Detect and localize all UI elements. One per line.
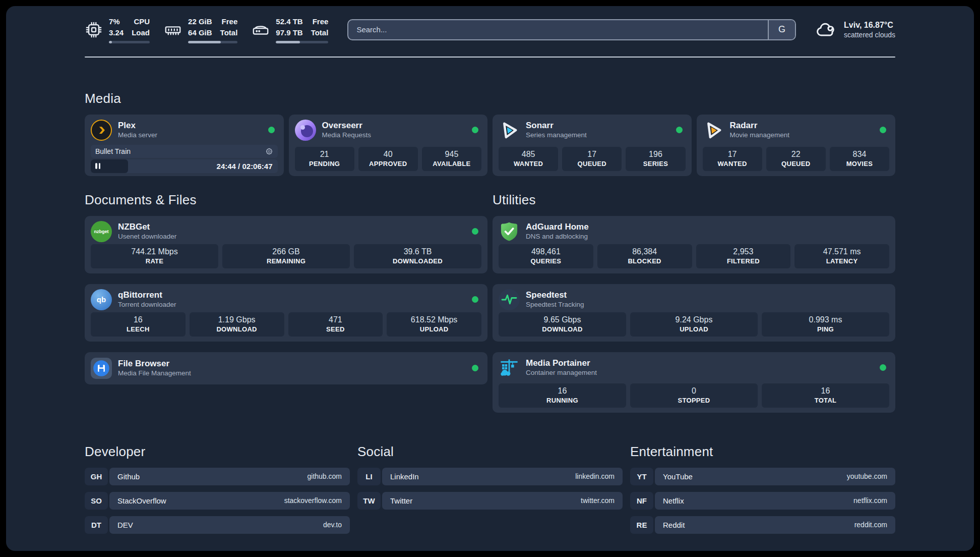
portainer-subtitle: Container management	[526, 369, 597, 377]
memory-progress-fill	[188, 41, 221, 43]
card-portainer[interactable]: Media Portainer Container management 16R…	[493, 352, 895, 413]
weather-condition: scattered clouds	[844, 31, 895, 39]
hard-drive-icon	[252, 21, 270, 39]
weather-location-temp: Lviv, 16.87°C	[844, 21, 895, 30]
stat-pending: 21PENDING	[295, 147, 354, 171]
section-title-social: Social	[357, 444, 623, 460]
section-title-developer: Developer	[85, 444, 350, 460]
link-abbr: TW	[357, 492, 381, 510]
stat-approved: 40APPROVED	[358, 147, 418, 171]
section-title-media: Media	[85, 91, 895, 106]
plex-subtitle: Media server	[118, 131, 157, 140]
speedtest-title: Speedtest	[526, 290, 584, 300]
storage-total-label: Total	[311, 27, 329, 38]
plex-title: Plex	[118, 120, 157, 131]
link-linkedin[interactable]: LI LinkedIn linkedin.com	[357, 468, 623, 485]
stat-latency: 47.571 msLATENCY	[794, 244, 889, 268]
link-name: LinkedIn	[390, 472, 419, 481]
weather-widget[interactable]: Lviv, 16.87°C scattered clouds	[815, 19, 895, 41]
links-social: Social LI LinkedIn linkedin.com TW Twitt…	[357, 444, 623, 534]
plex-icon	[91, 120, 112, 141]
search-bar: G	[347, 19, 796, 40]
stat-total: 16TOTAL	[762, 383, 889, 408]
filebrowser-status-dot	[472, 365, 478, 371]
card-qbittorrent[interactable]: qb qBittorrent Torrent downloader 16LEEC…	[85, 284, 487, 342]
stat-queued: 17QUEUED	[562, 147, 622, 171]
radarr-icon	[703, 120, 724, 141]
link-url: reddit.com	[854, 521, 887, 529]
dashboard: 7% 3.24 CPU Load	[6, 6, 974, 551]
link-netflix[interactable]: NF Netflix netflix.com	[630, 492, 895, 510]
storage-progress-bar	[276, 41, 328, 43]
gear-icon[interactable]	[265, 147, 273, 155]
overseerr-title: Overseerr	[322, 120, 372, 131]
link-reddit[interactable]: RE Reddit reddit.com	[630, 516, 895, 534]
link-name: Twitter	[390, 496, 412, 505]
system-stat-cpu: 7% 3.24 CPU Load	[85, 16, 150, 43]
link-abbr: NF	[630, 492, 653, 510]
search-input[interactable]	[348, 20, 768, 39]
card-sonarr[interactable]: Sonarr Series management 485WANTED 17QUE…	[493, 115, 692, 176]
speedtest-subtitle: Speedtest Tracking	[526, 301, 584, 309]
playback-progress-bar[interactable]: 24:44 / 02:06:47	[91, 159, 278, 173]
section-title-utilities: Utilities	[493, 192, 895, 208]
link-youtube[interactable]: YT YouTube youtube.com	[630, 468, 895, 485]
stat-available: 945AVAILABLE	[422, 147, 481, 171]
cloud-icon	[815, 19, 837, 41]
stat-download: 1.19 GbpsDOWNLOAD	[190, 312, 284, 337]
nzbget-icon: nzbget	[91, 221, 112, 242]
now-playing-track: Bullet Train	[95, 147, 131, 155]
stat-remaining: 266 GBREMAINING	[222, 244, 350, 268]
storage-total: 97.9 TB	[276, 27, 302, 38]
stat-wanted: 17WANTED	[703, 147, 762, 171]
system-stats: 7% 3.24 CPU Load	[85, 16, 328, 43]
radarr-title: Radarr	[730, 120, 790, 131]
link-abbr: DT	[85, 516, 108, 534]
sonarr-title: Sonarr	[526, 120, 587, 131]
link-name: Github	[117, 472, 140, 481]
qbittorrent-icon: qb	[91, 289, 112, 310]
plex-status-dot	[268, 127, 275, 133]
card-adguard[interactable]: AdGuard Home DNS and adblocking 498,461Q…	[493, 216, 895, 273]
stat-upload: 618.52 MbpsUPLOAD	[387, 312, 481, 337]
link-name: StackOverflow	[117, 496, 166, 505]
overseerr-subtitle: Media Requests	[322, 131, 372, 140]
speedtest-icon	[499, 289, 520, 310]
portainer-title: Media Portainer	[526, 358, 597, 368]
card-speedtest[interactable]: Speedtest Speedtest Tracking 9.65 GbpsDO…	[493, 284, 895, 342]
top-bar: 7% 3.24 CPU Load	[85, 16, 895, 43]
card-filebrowser[interactable]: File Browser Media File Management	[85, 352, 487, 384]
stat-ping: 0.993 msPING	[762, 312, 889, 337]
link-url: netflix.com	[853, 496, 887, 505]
stat-queries: 498,461QUERIES	[499, 244, 593, 268]
memory-free-label: Free	[220, 16, 238, 27]
portainer-icon	[499, 357, 520, 378]
playback-time: 24:44 / 02:06:47	[217, 162, 278, 171]
nzbget-subtitle: Usenet downloader	[118, 233, 176, 241]
stat-series: 196SERIES	[626, 147, 685, 171]
radarr-status-dot	[880, 127, 886, 133]
adguard-subtitle: DNS and adblocking	[526, 233, 589, 241]
link-twitter[interactable]: TW Twitter twitter.com	[357, 492, 623, 510]
link-url: stackoverflow.com	[284, 496, 342, 505]
search-engine-button[interactable]: G	[768, 20, 795, 39]
link-github[interactable]: GH Github github.com	[85, 468, 350, 485]
pause-icon[interactable]	[95, 163, 100, 169]
memory-total-label: Total	[220, 27, 238, 38]
stat-queued: 22QUEUED	[766, 147, 826, 171]
adguard-icon	[499, 221, 520, 242]
cpu-load-label: Load	[132, 27, 150, 38]
stat-movies: 834MOVIES	[830, 147, 889, 171]
sonarr-icon	[499, 120, 520, 141]
header-divider	[85, 57, 895, 58]
link-stackoverflow[interactable]: SO StackOverflow stackoverflow.com	[85, 492, 350, 510]
stat-seed: 471SEED	[288, 312, 383, 337]
documents-column: nzbget NZBGet Usenet downloader 744.21 M…	[85, 216, 487, 413]
card-plex[interactable]: Plex Media server Bullet Train	[85, 115, 284, 176]
link-dev[interactable]: DT DEV dev.to	[85, 516, 350, 534]
card-overseerr[interactable]: Overseerr Media Requests 21PENDING 40APP…	[289, 115, 488, 176]
link-url: dev.to	[323, 521, 342, 529]
card-nzbget[interactable]: nzbget NZBGet Usenet downloader 744.21 M…	[85, 216, 487, 273]
card-radarr[interactable]: Radarr Movie management 17WANTED 22QUEUE…	[697, 115, 896, 176]
link-url: github.com	[308, 472, 342, 480]
